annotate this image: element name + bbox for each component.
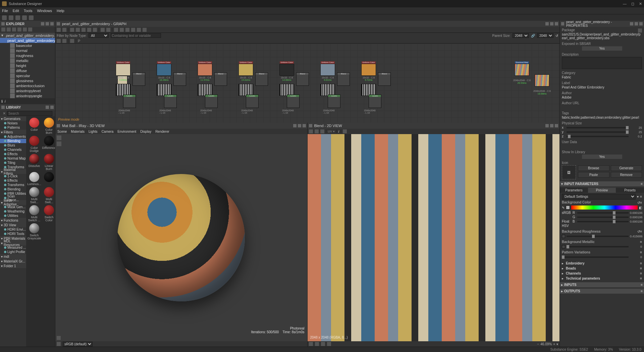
refresh-graph-icon[interactable] [143, 28, 147, 32]
node-output[interactable]: 2048x2048 - C:8 10.68ms [535, 74, 549, 86]
expand-3d-icon[interactable] [57, 336, 61, 340]
tab-preview[interactable]: Preview [588, 188, 616, 193]
library-thumb[interactable] [42, 172, 55, 186]
flow-icon[interactable] [93, 28, 97, 32]
menu-materials[interactable]: Materials [71, 130, 85, 133]
node-uniform-color[interactable]: Uniform Color [198, 64, 212, 76]
library-thumb[interactable]: Color [28, 118, 41, 134]
category-item[interactable]: HDRI Envi... [0, 227, 26, 232]
category-item[interactable]: Utilities [0, 214, 26, 218]
channel-g-icon[interactable] [315, 342, 319, 346]
physsize-y-slider[interactable] [567, 131, 629, 133]
category-header[interactable]: ▾Functions [0, 218, 26, 223]
link-icon[interactable] [87, 28, 91, 32]
category-item[interactable]: Adjustments [0, 134, 26, 139]
filter-type-select[interactable]: All [89, 33, 109, 38]
menu-camera[interactable]: Camera [102, 130, 114, 133]
perf-letter[interactable]: P [78, 39, 80, 43]
menu-icon[interactable]: ≡ [640, 277, 642, 280]
category-header[interactable]: ▾Folder 1 [0, 263, 26, 268]
node-uniform-color[interactable]: Uniform Color [279, 64, 294, 76]
author-value[interactable]: Adobe [562, 96, 642, 99]
physsize-z-slider[interactable] [567, 136, 629, 137]
node-mask[interactable] [320, 84, 335, 96]
userdata-value[interactable] [562, 144, 642, 148]
colorspace-select[interactable]: sRGB (default) [63, 342, 93, 347]
library-thumb[interactable]: Color Burn [42, 118, 55, 134]
b-value[interactable]: 0.690196 [630, 220, 642, 223]
node-uniform-color[interactable]: Uniform Color [157, 64, 171, 76]
node-levels[interactable]: Levels [246, 95, 259, 108]
pin-icon[interactable] [293, 124, 297, 127]
library-thumb[interactable]: Luminos... [28, 172, 41, 186]
bgrough-slider[interactable] [567, 236, 629, 237]
view2d-canvas[interactable]: 2048 x 2048 (RGBA, 8...) [308, 134, 560, 341]
timing-icon[interactable] [82, 28, 86, 32]
color-swatch[interactable] [566, 206, 570, 210]
search-graph-icon[interactable] [76, 28, 80, 32]
close-panel-icon[interactable] [50, 22, 54, 25]
menu-icon[interactable]: ≡ [640, 230, 642, 234]
parent-width-select[interactable]: 2048 [513, 33, 529, 38]
param-group-row[interactable]: ▸Embroidery≡ [562, 261, 642, 266]
node-blend[interactable]: Blend [255, 72, 268, 86]
node-blend[interactable]: Blend [132, 72, 145, 86]
hsv-label[interactable]: HSV [562, 224, 571, 228]
category-header[interactable]: ▾mdl [0, 254, 26, 259]
link-size-icon[interactable]: 🔗 [531, 34, 535, 38]
library-thumb[interactable]: Switch Color [42, 205, 55, 222]
preset-more-icon[interactable]: ≡ [640, 195, 642, 198]
channel-row[interactable]: basecolor [10, 43, 55, 48]
menu-file[interactable]: File [2, 9, 8, 13]
channel-row[interactable]: diffuse [10, 68, 55, 73]
icon-generate-button[interactable]: Generate [611, 165, 642, 171]
tags-value[interactable]: fabric;textile;patterned;clean;embroider… [562, 116, 642, 119]
zoom-in-icon[interactable]: + [553, 342, 555, 346]
channel-r-icon[interactable] [309, 342, 313, 346]
bgrough-value[interactable]: 0.415686 [630, 235, 642, 238]
ruler-icon[interactable] [320, 129, 324, 133]
menu-display[interactable]: Display [140, 130, 151, 133]
pin-icon[interactable] [630, 22, 633, 25]
tab-parameters[interactable]: Parameters [560, 188, 588, 193]
preset-menu-icon[interactable]: ▾ [637, 195, 639, 198]
open-package-icon[interactable] [638, 28, 642, 33]
grid2-icon[interactable] [106, 28, 110, 32]
bgcolor-reset-icon[interactable]: ↺ [637, 201, 640, 204]
uv-label[interactable]: UV ▾ [328, 130, 335, 133]
channel-a-icon[interactable] [327, 342, 331, 346]
category-item[interactable]: Tiling [0, 161, 26, 165]
pin-icon[interactable] [545, 22, 549, 25]
library-thumb[interactable]: Switch Grayscale [28, 223, 41, 240]
minimize-button[interactable]: — [623, 2, 627, 6]
patvar-slider[interactable] [562, 256, 629, 258]
node-uniform-color[interactable]: Uniform Color [116, 64, 130, 76]
param-group-row[interactable]: ▸Technical parameters≡ [562, 276, 642, 281]
category-item[interactable]: HDRI Tools [0, 232, 26, 236]
info-icon[interactable]: ℹ [1, 99, 3, 104]
sort-icon[interactable] [12, 27, 16, 32]
category-item[interactable]: Channels [0, 148, 26, 152]
menu-renderer[interactable]: Renderer [155, 130, 169, 133]
category-header[interactable]: ▾3D View [0, 223, 26, 227]
label-value[interactable]: Pearl And Glitter Embroidery [562, 85, 642, 89]
info-icon-2[interactable]: i [5, 99, 5, 103]
menu-help[interactable]: Help [57, 9, 64, 13]
reset-size-icon[interactable]: ↺ [555, 34, 558, 38]
library-thumb[interactable]: Multi Switch ... [28, 205, 41, 222]
filter-text-input[interactable] [111, 33, 161, 38]
physsize-z[interactable]: 0.2 [630, 135, 642, 138]
library-search-input[interactable] [7, 111, 52, 116]
save-icon[interactable] [22, 15, 27, 20]
save-all-icon[interactable] [29, 15, 34, 20]
g-slider[interactable] [577, 217, 629, 218]
align-icon[interactable] [70, 28, 74, 32]
info-icon[interactable]: i [338, 129, 339, 133]
library-thumb[interactable]: Dissolve [28, 154, 41, 171]
grid-icon[interactable] [309, 129, 313, 133]
category-item[interactable]: Transforms [0, 183, 26, 187]
colorspace-icon[interactable] [57, 342, 61, 346]
channel-b-icon[interactable] [321, 342, 325, 346]
menu-icon[interactable]: ≡ [640, 267, 642, 270]
menu-icon[interactable]: ≡ [640, 272, 642, 275]
